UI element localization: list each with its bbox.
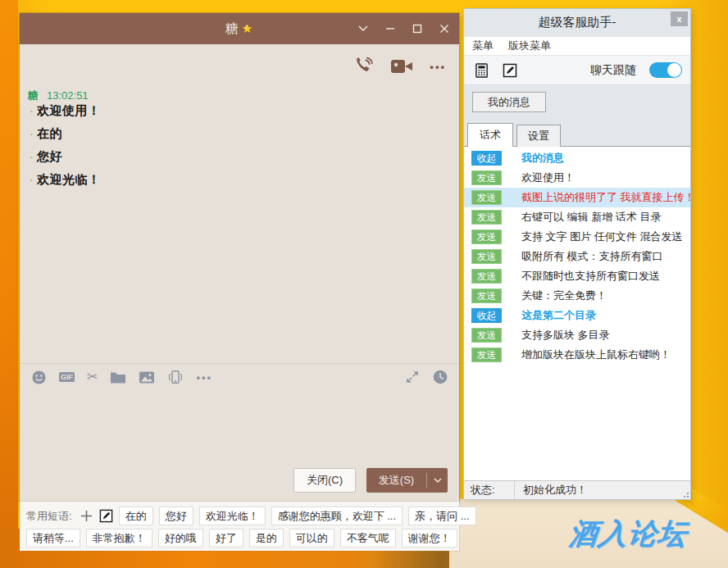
chat-follow-toggle[interactable] [649, 62, 682, 78]
send-badge[interactable]: 发送 [471, 190, 502, 205]
message-bullet: · [30, 127, 37, 140]
window-menu-chevron-icon[interactable] [358, 25, 368, 32]
chat-footer: 关闭(C) 发送(S) [20, 459, 459, 502]
phrase-text: 右键可以 编辑 新增 话术 目录 [521, 210, 690, 225]
quick-phrase-button[interactable]: 您好 [159, 507, 193, 525]
phrase-text: 欢迎使用！ [521, 170, 690, 185]
message-bullet: · [30, 173, 37, 186]
forum-watermark: 酒入论坛 [567, 515, 727, 553]
chat-more-icon[interactable]: ••• [430, 61, 446, 73]
image-icon[interactable] [139, 370, 155, 384]
send-badge[interactable]: 发送 [471, 210, 502, 225]
send-button[interactable]: 发送(S) [366, 468, 448, 493]
quick-phrase-button[interactable]: 好的哦 [158, 529, 203, 548]
quick-phrase-button[interactable]: 谢谢您！ [402, 529, 457, 548]
phone-vibrate-icon[interactable] [167, 369, 184, 385]
quick-phrase-button[interactable]: 不客气呢 [340, 529, 396, 548]
edit-note-icon[interactable] [503, 63, 517, 78]
quick-phrase-button[interactable]: 是的 [249, 529, 284, 548]
send-button-label[interactable]: 发送(S) [366, 468, 426, 493]
send-badge[interactable]: 发送 [471, 249, 502, 264]
emoji-icon[interactable] [31, 370, 47, 385]
phrase-row[interactable]: 收起这是第二个目录 [464, 306, 690, 325]
message-text: 欢迎光临！ [37, 172, 101, 188]
add-phrase-icon[interactable] [80, 509, 93, 523]
quick-phrase-button[interactable]: 感谢您的惠顾，欢迎下 ... [271, 507, 403, 525]
phrase-text: 截图上说的很明了了 我就直接上传！ [521, 190, 690, 205]
phrase-text: 吸附所有 模式：支持所有窗口 [521, 249, 690, 264]
quick-phrases-row-1: 常用短语: 在的您好欢迎光临！感谢您的惠顾，欢迎下 ...亲，请问 ... [26, 505, 453, 527]
send-badge[interactable]: 发送 [471, 269, 502, 284]
toolbar-more-icon[interactable]: ••• [196, 371, 212, 384]
minimize-icon[interactable] [385, 24, 395, 34]
desktop: 酒入论坛 糖★z [0, 0, 728, 568]
menu-item-main[interactable]: 菜单 [472, 39, 494, 53]
edit-phrases-icon[interactable] [99, 509, 113, 523]
message-text: 您好 [37, 149, 62, 165]
send-badge[interactable]: 发送 [471, 289, 502, 303]
message-text: 在的 [37, 126, 62, 142]
message-text: 欢迎使用！ [37, 103, 101, 119]
assistant-toolbar: 聊天跟随 [464, 56, 690, 85]
phrase-row[interactable]: 收起我的消息 [464, 148, 690, 168]
assistant-tabs: 话术 设置 [464, 123, 690, 147]
phrase-row[interactable]: 发送支持多版块 多目录 [464, 325, 690, 345]
my-messages-button[interactable]: 我的消息 [472, 92, 546, 112]
collapse-badge[interactable]: 收起 [471, 151, 502, 166]
send-badge[interactable]: 发送 [471, 348, 502, 362]
resize-grip[interactable] [681, 490, 689, 498]
message-bullet: · [30, 104, 37, 117]
quick-phrase-button[interactable]: 可以的 [289, 529, 334, 548]
send-badge[interactable]: 发送 [471, 170, 502, 185]
assistant-titlebar[interactable]: 超级客服助手- x [464, 9, 690, 36]
maximize-icon[interactable] [412, 24, 422, 34]
close-chat-button[interactable]: 关闭(C) [293, 468, 356, 493]
phrase-text: 增加版块在版块上鼠标右键哟！ [521, 348, 690, 362]
close-icon[interactable] [439, 24, 449, 34]
status-value: 初始化成功！ [515, 483, 587, 498]
phrase-text: 关键：完全免费！ [521, 289, 690, 303]
screenshot-scissors-icon[interactable]: ✂ [87, 370, 98, 384]
chat-titlebar[interactable]: 糖★z [20, 13, 459, 44]
send-options-chevron-icon[interactable] [427, 468, 448, 493]
send-badge[interactable]: 发送 [471, 328, 502, 343]
quick-phrase-button[interactable]: 请稍等... [26, 529, 80, 548]
phrase-row[interactable]: 发送关键：完全免费！ [464, 286, 690, 306]
phrase-row[interactable]: 发送吸附所有 模式：支持所有窗口 [464, 247, 690, 266]
phrase-row[interactable]: 发送支持 文字 图片 任何文件 混合发送 [464, 227, 690, 247]
quick-phrase-button[interactable]: 亲，请问 ... [408, 507, 475, 525]
quick-phrase-button[interactable]: 在的 [119, 507, 153, 525]
message-list: ·欢迎使用！·在的·您好·欢迎光临！ [30, 103, 451, 195]
quick-phrase-button[interactable]: 非常抱歉！ [86, 529, 152, 548]
chat-message: ·欢迎光临！ [30, 172, 451, 195]
phrase-row[interactable]: 发送欢迎使用！ [464, 168, 690, 188]
phrase-row[interactable]: 发送增加版块在版块上鼠标右键哟！ [464, 345, 690, 365]
phrase-row[interactable]: 发送右键可以 编辑 新增 话术 目录 [464, 207, 690, 227]
quick-phrase-button[interactable]: 好了 [209, 529, 243, 548]
voice-call-icon[interactable] [353, 56, 374, 77]
phrase-row[interactable]: 发送截图上说的很明了了 我就直接上传！ [464, 188, 690, 207]
expand-input-icon[interactable] [405, 370, 420, 384]
message-history-clock-icon[interactable] [433, 370, 448, 384]
message-input[interactable] [20, 390, 459, 459]
phrase-row[interactable]: 发送不跟随时也支持所有窗口发送 [464, 266, 690, 286]
sender-name: 糖 [28, 89, 39, 102]
phrase-text: 支持 文字 图片 任何文件 混合发送 [521, 229, 690, 244]
assistant-panel: 超级客服助手- x 菜单 版块菜单 聊天跟随 [463, 8, 691, 500]
assistant-close-button[interactable]: x [671, 11, 688, 26]
tab-phrases[interactable]: 话术 [467, 123, 513, 147]
gif-icon[interactable]: GIF [59, 372, 75, 382]
menu-item-sections[interactable]: 版块菜单 [508, 39, 551, 53]
chat-message: ·在的 [30, 126, 451, 149]
tab-settings[interactable]: 设置 [516, 125, 561, 147]
video-call-icon[interactable] [390, 57, 413, 75]
quick-phrase-button[interactable]: 欢迎光临！ [199, 507, 266, 525]
file-folder-icon[interactable] [110, 370, 126, 384]
phrase-text: 这是第二个目录 [521, 308, 690, 323]
status-label: 状态: [464, 481, 515, 499]
calculator-icon[interactable] [474, 62, 489, 79]
collapse-badge[interactable]: 收起 [471, 308, 502, 323]
quick-phrase-buttons-2: 请稍等...非常抱歉！好的哦好了是的可以的不客气呢谢谢您！ [26, 529, 457, 548]
send-badge[interactable]: 发送 [471, 229, 502, 244]
chat-message: ·欢迎使用！ [30, 103, 451, 126]
